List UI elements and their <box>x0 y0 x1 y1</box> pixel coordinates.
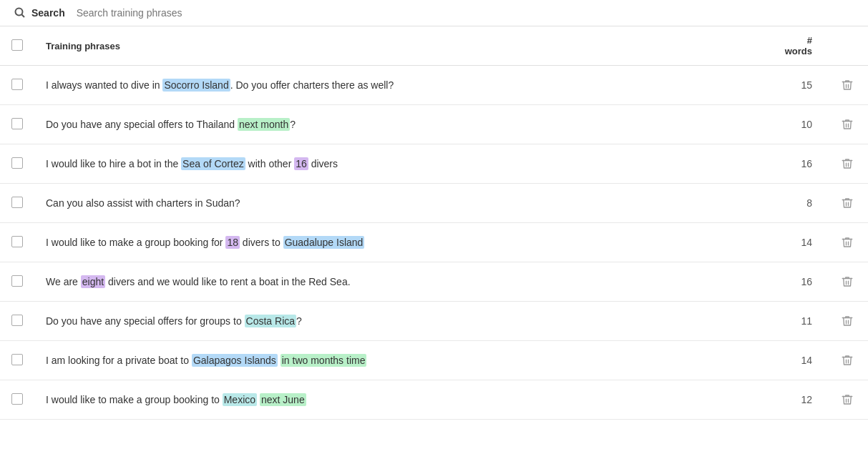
delete-cell <box>826 66 868 105</box>
table-row: I am looking for a private boat to Galap… <box>0 341 868 380</box>
header-checkbox-col <box>0 26 34 66</box>
search-label: Search <box>31 7 65 19</box>
delete-button[interactable] <box>838 351 857 370</box>
delete-button[interactable] <box>838 76 857 94</box>
table-row: I would like to make a group booking for… <box>0 223 868 262</box>
delete-cell <box>826 341 868 380</box>
delete-button[interactable] <box>838 312 857 330</box>
training-phrases-table: Training phrases # words I always wanted… <box>0 26 868 420</box>
delete-button[interactable] <box>838 194 857 212</box>
table-row: Do you have any special offers for group… <box>0 302 868 341</box>
table-row: Do you have any special offers to Thaila… <box>0 105 868 144</box>
header-phrase-col: Training phrases <box>34 26 769 66</box>
word-count-cell: 8 <box>769 184 826 223</box>
table-row: I would like to make a group booking to … <box>0 380 868 420</box>
row-checkbox[interactable] <box>11 79 23 90</box>
highlighted-entity: Socorro Island <box>162 79 230 92</box>
table-row: I would like to hire a bot in the Sea of… <box>0 144 868 184</box>
delete-cell <box>826 223 868 262</box>
highlighted-entity: Galapagos Islands <box>192 354 278 367</box>
word-count-cell: 15 <box>769 66 826 105</box>
phrase-cell: We are eight divers and we would like to… <box>34 262 769 302</box>
row-checkbox[interactable] <box>11 157 23 169</box>
row-checkbox-cell <box>0 66 34 105</box>
table-row: We are eight divers and we would like to… <box>0 262 868 302</box>
svg-line-1 <box>22 15 25 18</box>
search-bar: Search <box>0 0 868 26</box>
delete-cell <box>826 380 868 420</box>
row-checkbox-cell <box>0 184 34 223</box>
row-checkbox-cell <box>0 262 34 302</box>
row-checkbox-cell <box>0 380 34 420</box>
highlighted-entity: Guadalupe Island <box>283 236 365 249</box>
highlighted-entity: 16 <box>294 157 308 170</box>
phrase-cell: I am looking for a private boat to Galap… <box>34 341 769 380</box>
search-icon <box>14 7 26 19</box>
phrase-cell: Can you also assist with charters in Sud… <box>34 184 769 223</box>
highlighted-entity: Costa Rica <box>245 315 296 327</box>
highlighted-entity: next June <box>260 393 306 406</box>
delete-button[interactable] <box>838 154 857 173</box>
row-checkbox[interactable] <box>11 118 23 129</box>
word-count-cell: 14 <box>769 223 826 262</box>
word-count-cell: 14 <box>769 341 826 380</box>
row-checkbox-cell <box>0 302 34 341</box>
table-row: Can you also assist with charters in Sud… <box>0 184 868 223</box>
delete-cell <box>826 105 868 144</box>
delete-button[interactable] <box>838 390 857 409</box>
table-row: I always wanted to dive in Socorro Islan… <box>0 66 868 105</box>
delete-cell <box>826 144 868 184</box>
search-input[interactable] <box>77 7 854 19</box>
highlighted-entity: Sea of Cortez <box>181 157 245 170</box>
delete-button[interactable] <box>838 115 857 134</box>
highlighted-entity: 18 <box>225 236 240 249</box>
row-checkbox[interactable] <box>11 236 23 247</box>
row-checkbox-cell <box>0 144 34 184</box>
row-checkbox[interactable] <box>11 275 23 287</box>
word-count-cell: 16 <box>769 262 826 302</box>
row-checkbox[interactable] <box>11 354 23 365</box>
table-header-row: Training phrases # words <box>0 26 868 66</box>
row-checkbox-cell <box>0 341 34 380</box>
phrase-cell: Do you have any special offers to Thaila… <box>34 105 769 144</box>
svg-point-0 <box>16 9 23 16</box>
row-checkbox[interactable] <box>11 393 23 405</box>
phrase-cell: I always wanted to dive in Socorro Islan… <box>34 66 769 105</box>
phrase-cell: I would like to hire a bot in the Sea of… <box>34 144 769 184</box>
highlighted-entity: in two months time <box>281 354 367 367</box>
highlighted-entity: Mexico <box>223 393 257 406</box>
word-count-cell: 12 <box>769 380 826 420</box>
highlighted-entity: next month <box>238 118 290 131</box>
delete-cell <box>826 262 868 302</box>
delete-button[interactable] <box>838 233 857 252</box>
word-count-cell: 10 <box>769 105 826 144</box>
select-all-checkbox[interactable] <box>11 39 23 51</box>
row-checkbox-cell <box>0 223 34 262</box>
word-count-cell: 16 <box>769 144 826 184</box>
row-checkbox[interactable] <box>11 315 23 326</box>
delete-button[interactable] <box>838 272 857 291</box>
header-words-col: # words <box>769 26 826 66</box>
phrase-cell: I would like to make a group booking to … <box>34 380 769 420</box>
phrase-cell: I would like to make a group booking for… <box>34 223 769 262</box>
highlighted-entity: eight <box>81 275 105 288</box>
header-action-col <box>826 26 868 66</box>
phrase-cell: Do you have any special offers for group… <box>34 302 769 341</box>
row-checkbox[interactable] <box>11 197 23 208</box>
delete-cell <box>826 302 868 341</box>
delete-cell <box>826 184 868 223</box>
word-count-cell: 11 <box>769 302 826 341</box>
row-checkbox-cell <box>0 105 34 144</box>
